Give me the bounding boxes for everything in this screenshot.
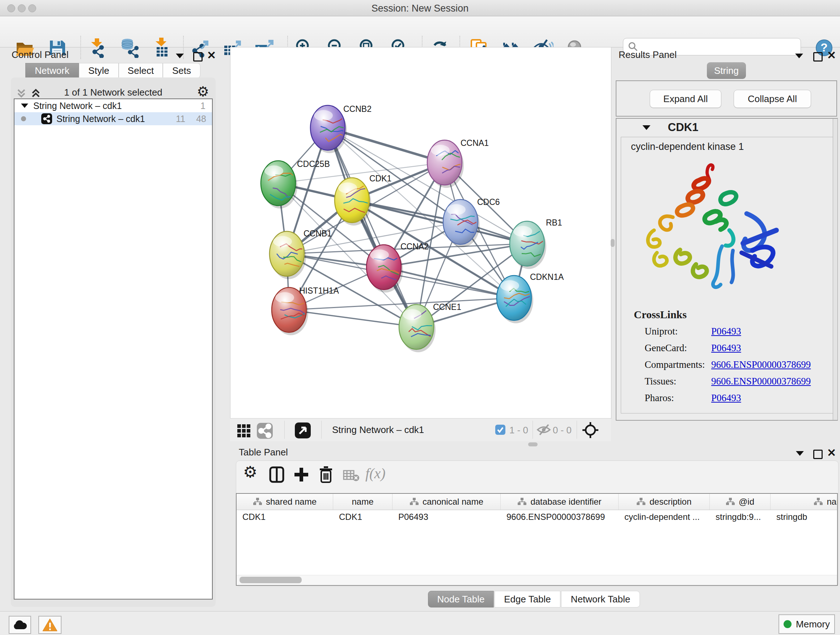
network-row[interactable]: String Network – cdk1 11 48 bbox=[14, 112, 212, 125]
network-options-gear-icon[interactable]: ⚙ bbox=[197, 85, 209, 98]
network-label: String Network – cdk1 bbox=[57, 114, 145, 124]
network-edge-count: 48 bbox=[196, 114, 206, 124]
column-header-canonical-name[interactable]: canonical name bbox=[393, 494, 501, 510]
tab-style[interactable]: Style bbox=[79, 63, 118, 78]
tab-network-table[interactable]: Network Table bbox=[561, 591, 640, 608]
import-network-from-database-button[interactable] bbox=[118, 37, 141, 59]
results-scrollbar[interactable] bbox=[833, 119, 837, 420]
control-panel-close-icon[interactable]: ✕ bbox=[207, 51, 216, 59]
warnings-button[interactable] bbox=[38, 616, 62, 634]
edge-CCNB2-CCNE1[interactable] bbox=[328, 128, 416, 327]
string-network-icon bbox=[41, 113, 52, 124]
column-network-icon bbox=[253, 497, 262, 506]
control-panel-menu-icon[interactable] bbox=[176, 54, 184, 58]
node-HIST1H1A[interactable]: HIST1H1A bbox=[272, 286, 339, 335]
column-header-description[interactable]: description bbox=[619, 494, 710, 510]
column-header-database-identifier[interactable]: database identifier bbox=[501, 494, 619, 510]
table-header-row: shared namename canonical name database … bbox=[237, 494, 837, 510]
column-network-icon bbox=[813, 497, 823, 506]
function-builder-icon[interactable]: f(x) bbox=[365, 465, 386, 482]
edge-CCNA2-CDKN1A[interactable] bbox=[384, 267, 514, 298]
gene-collapse-icon[interactable] bbox=[643, 125, 651, 130]
cell-name: CDK1 bbox=[333, 510, 393, 524]
import-network-button[interactable] bbox=[87, 37, 109, 59]
hidden-count: 0 - 0 bbox=[553, 424, 572, 436]
table-panel-title: Table Panel bbox=[239, 447, 288, 458]
delete-table-icon[interactable] bbox=[343, 469, 360, 484]
table-horizontal-scrollbar[interactable] bbox=[237, 575, 837, 585]
network-collection-row[interactable]: String Network – cdk1 1 bbox=[14, 99, 212, 112]
column-network-icon bbox=[636, 497, 646, 506]
node-label-HIST1H1A: HIST1H1A bbox=[299, 286, 339, 295]
network-status-dot bbox=[21, 116, 26, 121]
collection-count: 1 bbox=[201, 101, 205, 111]
memory-button[interactable]: Memory bbox=[778, 614, 835, 634]
crosslink-link-tissues[interactable]: 9606.ENSP00000378699 bbox=[711, 376, 811, 387]
crosslink-link-pharos[interactable]: P06493 bbox=[711, 393, 741, 404]
results-panel-close-icon[interactable]: ✕ bbox=[827, 51, 836, 59]
crosslink-label-compartments: Compartments: bbox=[645, 359, 705, 371]
cell-database-identifier: 9606.ENSP00000378699 bbox=[501, 510, 619, 524]
column-network-icon bbox=[726, 497, 735, 506]
node-label-CCNB1: CCNB1 bbox=[303, 229, 332, 238]
crosslink-link-genecard[interactable]: P06493 bbox=[711, 342, 741, 354]
show-columns-icon[interactable] bbox=[268, 466, 285, 485]
window-title: Session: New Session bbox=[0, 3, 840, 14]
import-table-button[interactable] bbox=[151, 37, 173, 59]
network-canvas[interactable]: CCNB2 CCNA1 CDC25B CDK1 CDC6 RB1 bbox=[230, 47, 611, 419]
scrollbar-thumb[interactable] bbox=[240, 577, 302, 583]
import-table-icon bbox=[152, 38, 172, 58]
cell-namespace: stringdb bbox=[771, 510, 838, 524]
table-row[interactable]: CDK1CDK1P064939606.ENSP00000378699cyclin… bbox=[237, 510, 837, 524]
tab-select[interactable]: Select bbox=[118, 63, 163, 78]
control-panel-float-icon[interactable] bbox=[193, 52, 202, 62]
column-header-name[interactable]: name bbox=[333, 494, 393, 510]
create-column-icon[interactable] bbox=[293, 466, 309, 485]
collection-expand-icon[interactable] bbox=[21, 103, 28, 108]
expand-all-button[interactable]: Expand All bbox=[650, 90, 722, 108]
tab-node-table[interactable]: Node Table bbox=[428, 591, 494, 608]
cloud-icon bbox=[13, 620, 27, 630]
vertical-splitter-handle[interactable] bbox=[611, 239, 615, 247]
node-RB1[interactable]: RB1 bbox=[510, 218, 562, 269]
results-panel-float-icon[interactable] bbox=[813, 52, 823, 62]
cloud-button[interactable] bbox=[9, 616, 31, 634]
tab-sets[interactable]: Sets bbox=[163, 63, 201, 78]
selected-count: 1 - 0 bbox=[509, 424, 528, 436]
table-panel-menu-icon[interactable] bbox=[796, 451, 804, 456]
cell-canonical-name: P06493 bbox=[393, 510, 501, 524]
title-bar: Session: New Session bbox=[0, 0, 840, 16]
node-CCNA1[interactable]: CCNA1 bbox=[427, 138, 489, 188]
string-share-icon[interactable] bbox=[256, 422, 273, 441]
table-settings-gear-icon[interactable]: ⚙ bbox=[243, 464, 257, 480]
node-CDC6[interactable]: CDC6 bbox=[443, 197, 500, 247]
table-panel-float-icon[interactable] bbox=[813, 450, 823, 459]
import-network-from-database-icon bbox=[119, 38, 140, 58]
grid-mode-icon[interactable] bbox=[236, 423, 252, 440]
results-panel-menu-icon[interactable] bbox=[795, 54, 803, 58]
node-table[interactable]: shared namename canonical name database … bbox=[236, 493, 838, 586]
delete-column-trash-icon[interactable] bbox=[317, 466, 334, 485]
column-header-@id[interactable]: @id bbox=[710, 494, 771, 510]
selected-nodes-checkbox-icon[interactable] bbox=[495, 424, 506, 437]
crosslink-link-compartments[interactable]: 9606.ENSP00000378699 bbox=[711, 359, 811, 371]
gene-description: cyclin-dependent kinase 1 bbox=[631, 141, 744, 152]
collapse-all-button[interactable]: Collapse All bbox=[734, 90, 811, 108]
node-label-RB1: RB1 bbox=[546, 218, 562, 227]
results-tab-string[interactable]: String bbox=[707, 62, 746, 79]
fit-content-crosshair-icon[interactable] bbox=[582, 421, 599, 440]
tab-edge-table[interactable]: Edge Table bbox=[494, 591, 561, 608]
hidden-eye-icon[interactable] bbox=[536, 424, 551, 437]
horizontal-splitter-handle[interactable] bbox=[528, 442, 538, 447]
tab-network[interactable]: Network bbox=[25, 63, 79, 78]
node-label-CCNE1: CCNE1 bbox=[433, 302, 461, 312]
node-CDKN1A[interactable]: CDKN1A bbox=[497, 272, 564, 323]
table-panel-close-icon[interactable]: ✕ bbox=[827, 449, 836, 457]
node-CCNE1[interactable]: CCNE1 bbox=[399, 302, 461, 352]
column-header-shared-name[interactable]: shared name bbox=[237, 494, 333, 510]
birdseye-view-icon[interactable] bbox=[294, 421, 312, 441]
column-header-namespace[interactable]: namespace bbox=[771, 494, 838, 510]
node-CCNB1[interactable]: CCNB1 bbox=[270, 229, 332, 279]
node-CCNB2[interactable]: CCNB2 bbox=[310, 104, 371, 153]
crosslink-link-uniprot[interactable]: P06493 bbox=[711, 326, 741, 337]
